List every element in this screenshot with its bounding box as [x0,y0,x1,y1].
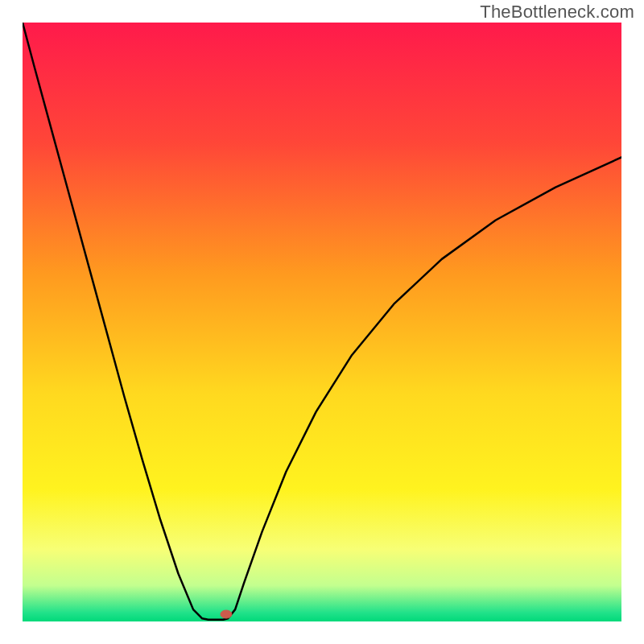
chart-frame: TheBottleneck.com [0,0,644,644]
chart-svg [23,23,621,621]
watermark-text: TheBottleneck.com [480,2,634,23]
minimum-marker-dot [221,610,232,618]
gradient-background [23,23,621,621]
chart-plot-area [23,23,621,621]
